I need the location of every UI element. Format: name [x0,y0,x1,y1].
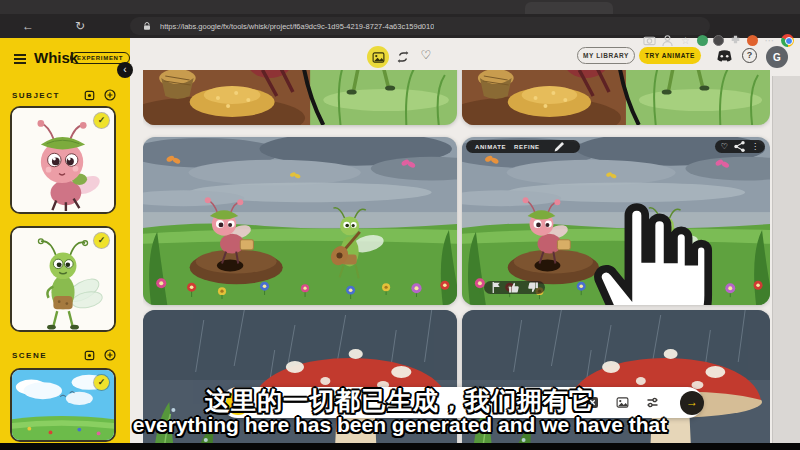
browser-menu-icon[interactable]: ⋯ [763,34,776,47]
browser-chrome: ← ↻ https://labs.google/fx/tools/whisk/p… [0,0,800,38]
screenshot-root: ← ↻ https://labs.google/fx/tools/whisk/p… [0,0,800,450]
generated-image-card-meadow-left[interactable] [143,137,457,305]
refine-button[interactable]: REFINE [511,144,540,150]
extensions-puzzle-icon[interactable] [729,34,742,47]
subject-section-label: SUBJECT [12,91,60,100]
subject-thumbnail-ant[interactable]: ✓ [10,106,116,214]
subject-thumbnail-grasshopper[interactable]: ✓ [10,226,116,332]
animate-button[interactable]: ANIMATE [472,144,506,150]
profile-person-icon[interactable] [661,34,674,47]
generated-image-card-treasure-left[interactable] [143,70,457,125]
animate-mode-button[interactable] [396,50,410,64]
subject-media-icon[interactable] [84,90,95,101]
scene-media-icon[interactable] [84,350,95,361]
address-bar[interactable]: https://labs.google/fx/tools/whisk/proje… [130,17,710,35]
extension-gray-icon[interactable] [713,35,724,46]
subtitle-english: everything here has been generated and w… [0,413,800,437]
more-options-icon[interactable]: ⋮ [751,140,759,153]
selected-check-icon: ✓ [94,233,109,248]
image-hover-actions: ANIMATE REFINE [466,140,580,153]
lock-icon [142,21,152,31]
bookmark-star-icon[interactable]: ☆ [679,34,692,47]
selected-check-icon: ✓ [94,113,109,128]
scene-add-icon[interactable] [104,349,116,361]
mouse-cursor [494,193,770,305]
my-library-button[interactable]: MY LIBRARY [577,47,635,64]
browser-profile-icon[interactable] [781,34,794,47]
browser-tab-strip [0,0,800,14]
browser-toolbar: ← ↻ https://labs.google/fx/tools/whisk/p… [0,14,800,38]
image-hover-secondary-actions: ♡ ⋮ [715,140,765,153]
browser-tab[interactable] [525,2,613,14]
extension-orange-icon[interactable] [747,35,758,46]
image-icon [372,51,385,64]
image-mode-button-active[interactable] [367,46,389,68]
favorites-mode-button[interactable]: ♡ [419,48,433,62]
edit-pencil-icon[interactable] [545,140,574,153]
subject-add-icon[interactable] [104,89,116,101]
url-text[interactable]: https://labs.google/fx/tools/whisk/proje… [160,22,434,31]
repeat-icon [396,50,410,64]
menu-hamburger-icon[interactable] [14,54,26,56]
generated-image-card-meadow-right-hovered[interactable]: ANIMATE REFINE ♡ ⋮ [462,137,770,305]
browser-action-icons: ☆ ⋯ [643,28,798,52]
extension-green-icon[interactable] [697,35,708,46]
reload-button[interactable]: ↻ [70,14,90,38]
favorite-heart-icon[interactable]: ♡ [721,140,728,153]
scene-section-actions [84,349,116,361]
scene-section-label: SCENE [12,351,47,360]
subject-section-actions [84,89,116,101]
generated-image-card-treasure-right[interactable] [462,70,770,125]
share-icon[interactable] [733,140,746,153]
back-button[interactable]: ← [18,14,38,38]
sidebar-collapse-button[interactable]: ‹ [117,62,133,78]
camera-icon[interactable] [643,34,656,47]
letterbox-bar [0,443,800,450]
